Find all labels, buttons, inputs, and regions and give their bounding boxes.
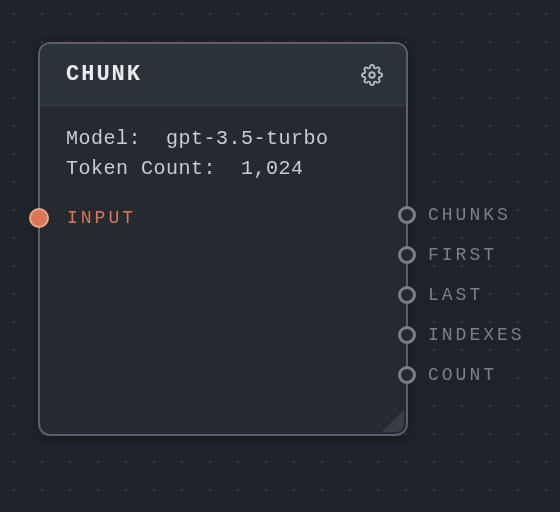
output-port-label: CHUNKS <box>428 205 511 225</box>
input-port-label: INPUT <box>67 208 136 228</box>
output-port-circle[interactable] <box>398 326 416 344</box>
model-value: gpt-3.5-turbo <box>166 127 329 150</box>
svg-point-0 <box>369 72 375 78</box>
token-value: 1,024 <box>241 157 304 180</box>
output-ports: CHUNKS FIRST LAST INDEXES COUNT <box>398 204 416 404</box>
input-port-circle[interactable] <box>29 208 49 228</box>
input-port[interactable]: INPUT <box>29 208 136 228</box>
output-port-label: COUNT <box>428 365 497 385</box>
output-port-label: FIRST <box>428 245 497 265</box>
model-line: Model: gpt-3.5-turbo <box>66 124 380 154</box>
chunk-node[interactable]: CHUNK Model: gpt-3.5-turbo Token Count: … <box>38 42 408 436</box>
output-port-circle[interactable] <box>398 246 416 264</box>
output-port-chunks[interactable]: CHUNKS <box>398 204 416 226</box>
token-label: Token Count: <box>66 157 216 180</box>
node-title: CHUNK <box>66 62 142 87</box>
output-port-label: LAST <box>428 285 483 305</box>
output-port-circle[interactable] <box>398 286 416 304</box>
ports-area: INPUT CHUNKS FIRST LAST INDEXES COUNT <box>40 184 406 434</box>
output-port-first[interactable]: FIRST <box>398 244 416 266</box>
output-port-last[interactable]: LAST <box>398 284 416 306</box>
token-line: Token Count: 1,024 <box>66 154 380 184</box>
output-port-label: INDEXES <box>428 325 525 345</box>
output-port-count[interactable]: COUNT <box>398 364 416 386</box>
node-body: Model: gpt-3.5-turbo Token Count: 1,024 <box>40 106 406 184</box>
output-port-circle[interactable] <box>398 366 416 384</box>
output-port-indexes[interactable]: INDEXES <box>398 324 416 346</box>
output-port-circle[interactable] <box>398 206 416 224</box>
node-header[interactable]: CHUNK <box>40 44 406 106</box>
model-label: Model: <box>66 127 141 150</box>
gear-icon[interactable] <box>360 63 384 87</box>
